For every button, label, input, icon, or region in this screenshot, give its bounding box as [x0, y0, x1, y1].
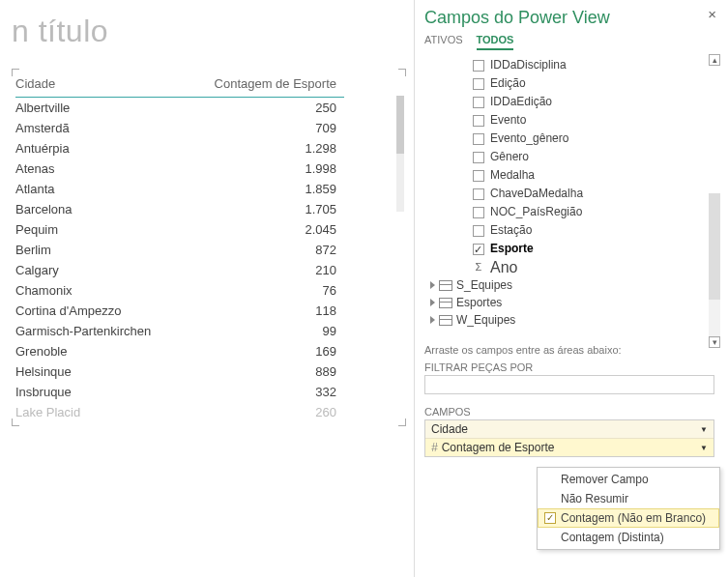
cell-city: Amsterdã — [15, 118, 187, 138]
field-item[interactable]: IDDaEdição — [424, 93, 728, 111]
field-item[interactable]: Edição — [424, 74, 728, 93]
menu-count-distinct[interactable]: Contagem (Distinta) — [538, 528, 719, 547]
checkbox[interactable] — [473, 207, 484, 218]
col-header-city[interactable]: Cidade — [15, 72, 187, 98]
table-row[interactable]: Berlim872 — [15, 240, 344, 260]
drop-row-label: Cidade — [431, 422, 468, 436]
table-label: Esportes — [456, 296, 502, 309]
selection-corner — [12, 418, 19, 426]
table-row[interactable]: Grenoble169 — [15, 341, 344, 361]
field-item[interactable]: Evento_gênero — [424, 130, 728, 148]
table-icon — [439, 298, 452, 308]
cell-count: 1.298 — [187, 138, 344, 159]
cell-city: Pequim — [15, 219, 187, 240]
cell-count: 1.998 — [187, 159, 344, 179]
drop-row-contagem[interactable]: #Contagem de Esporte ▼ — [425, 439, 713, 456]
col-header-count[interactable]: Contagem de Esporte — [187, 72, 344, 98]
tab-active[interactable]: ATIVOS — [424, 34, 463, 50]
menu-count-nonblank[interactable]: ✓ Contagem (Não em Branco) — [538, 508, 719, 528]
field-label: IDDaEdição — [490, 94, 552, 110]
table-row[interactable]: Pequim2.045 — [15, 219, 344, 240]
field-item[interactable]: Medalha — [424, 166, 728, 185]
checkbox[interactable] — [473, 78, 484, 90]
field-label: Evento_gênero — [490, 130, 568, 147]
panel-title: Campos do Power View — [424, 4, 728, 30]
table-row[interactable]: Cortina d'Ampezzo118 — [15, 301, 344, 321]
table-row[interactable]: Albertville250 — [15, 98, 344, 119]
field-ano[interactable]: Ano — [490, 259, 517, 275]
table-row[interactable]: Amsterdã709 — [15, 118, 344, 138]
table-node[interactable]: S_Equipes — [424, 276, 728, 294]
field-item[interactable]: Gênero — [424, 148, 728, 166]
tab-all[interactable]: TODOS — [477, 34, 514, 50]
cell-city: Antuérpia — [15, 138, 187, 159]
table-row[interactable]: Atlanta1.859 — [15, 179, 344, 199]
cell-city: Albertville — [15, 98, 187, 119]
cell-city: Berlim — [15, 240, 187, 260]
table-node[interactable]: Esportes — [424, 294, 728, 311]
table-row[interactable]: Lake Placid260 — [15, 402, 344, 422]
cell-count: 709 — [187, 118, 344, 138]
field-item[interactable]: IDDaDisciplina — [424, 56, 728, 74]
checkbox[interactable] — [473, 225, 484, 237]
field-item[interactable]: Evento — [424, 111, 728, 130]
selection-corner — [12, 69, 19, 76]
menu-remove-field[interactable]: Remover Campo — [538, 470, 719, 489]
table-row[interactable]: Barcelona1.705 — [15, 199, 344, 219]
scrollbar-thumb[interactable] — [396, 96, 404, 154]
cell-count: 210 — [187, 260, 344, 280]
field-label: Evento — [490, 112, 526, 129]
table-node[interactable]: W_Equipes — [424, 311, 728, 329]
cell-count: 872 — [187, 240, 344, 260]
close-icon[interactable]: × — [708, 6, 716, 22]
expand-icon[interactable] — [430, 299, 435, 306]
cell-city: Cortina d'Ampezzo — [15, 301, 187, 321]
checkbox[interactable] — [473, 97, 484, 108]
table-scrollbar[interactable] — [396, 96, 404, 212]
table-row[interactable]: Insbruque332 — [15, 382, 344, 402]
scroll-down-icon[interactable]: ▾ — [709, 336, 720, 348]
menu-no-summarize[interactable]: Não Resumir — [538, 489, 719, 508]
cell-city: Barcelona — [15, 199, 187, 219]
checkbox[interactable] — [473, 170, 484, 182]
table-row[interactable]: Garmisch-Partenkirchen99 — [15, 321, 344, 341]
check-icon: ✓ — [544, 512, 556, 524]
context-menu: Remover Campo Não Resumir ✓ Contagem (Nã… — [537, 467, 720, 550]
expand-icon[interactable] — [430, 281, 435, 289]
scrollbar-thumb[interactable] — [709, 193, 720, 300]
panel-scrollbar[interactable] — [709, 193, 720, 338]
drop-row-cidade[interactable]: Cidade ▼ — [425, 420, 713, 439]
cell-count: 118 — [187, 301, 344, 321]
table-row[interactable]: Helsinque889 — [15, 361, 344, 382]
checkbox[interactable] — [473, 115, 484, 127]
checkbox[interactable] — [473, 133, 484, 145]
table-row[interactable]: Atenas1.998 — [15, 159, 344, 179]
field-label: Edição — [490, 75, 526, 92]
dropdown-icon[interactable]: ▼ — [700, 444, 708, 452]
table-row[interactable]: Chamonix76 — [15, 280, 344, 301]
selection-corner — [398, 69, 406, 76]
checkbox[interactable] — [473, 244, 484, 255]
cell-count: 332 — [187, 382, 344, 402]
field-list: IDDaDisciplinaEdiçãoIDDaEdiçãoEventoEven… — [424, 56, 728, 258]
field-item[interactable]: NOC_PaísRegião — [424, 203, 728, 221]
table-icon — [439, 280, 452, 291]
data-table[interactable]: Cidade Contagem de Esporte Albertville25… — [15, 72, 344, 422]
checkbox[interactable] — [473, 60, 484, 72]
checkbox[interactable] — [473, 152, 484, 163]
field-label: Estação — [490, 222, 532, 239]
dropdown-icon[interactable]: ▼ — [700, 425, 708, 434]
field-item[interactable]: ChaveDaMedalha — [424, 185, 728, 203]
expand-icon[interactable] — [430, 316, 435, 324]
cell-count: 260 — [187, 402, 344, 422]
data-table-wrap: Cidade Contagem de Esporte Albertville25… — [15, 72, 394, 422]
field-item[interactable]: Estação — [424, 221, 728, 240]
cell-count: 2.045 — [187, 219, 344, 240]
fields-drop-area[interactable]: Cidade ▼ #Contagem de Esporte ▼ — [424, 419, 714, 457]
field-item[interactable]: Esporte — [424, 240, 728, 258]
table-row[interactable]: Antuérpia1.298 — [15, 138, 344, 159]
cell-city: Helsinque — [15, 361, 187, 382]
checkbox[interactable] — [473, 188, 484, 200]
table-row[interactable]: Calgary210 — [15, 260, 344, 280]
filter-drop-area[interactable] — [424, 375, 714, 394]
